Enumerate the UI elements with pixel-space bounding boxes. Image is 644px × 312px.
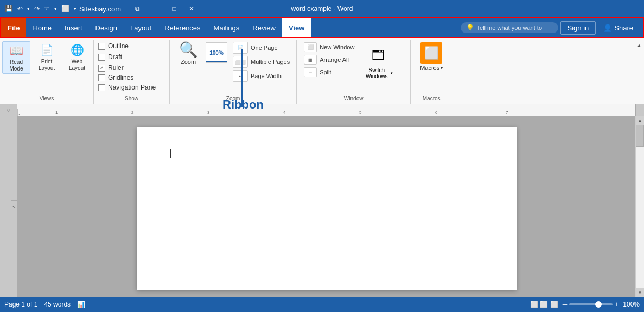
zoom-group: 🔍 Zoom 100% 📄 One Page ⬜⬜ Multiple Pages xyxy=(170,40,297,104)
touch-button[interactable]: ☜ xyxy=(42,4,52,14)
web-layout-label: Web Layout xyxy=(66,59,88,72)
ruler-svg: . 1 2 3 4 5 6 7 xyxy=(17,104,635,116)
document-area[interactable] xyxy=(17,116,635,297)
macros-icon: ⬜ xyxy=(420,42,442,64)
draft-checkbox-item[interactable]: Draft xyxy=(98,53,122,61)
page-width-button[interactable]: ↔ Page Width xyxy=(231,69,292,82)
zoom-options: 📄 One Page ⬜⬜ Multiple Pages ↔ Page Widt… xyxy=(231,41,292,82)
zoom-minus-button[interactable]: ─ xyxy=(563,301,568,308)
minimize-button[interactable]: ─ xyxy=(149,3,164,15)
close-button[interactable]: ✕ xyxy=(184,3,199,15)
zoom-slider-track[interactable] xyxy=(569,303,613,305)
draft-checkbox[interactable] xyxy=(98,54,105,61)
word-count-icon[interactable]: 📊 xyxy=(77,301,85,308)
page-count: Page 1 of 1 xyxy=(4,301,37,308)
share-button[interactable]: 👤 Share xyxy=(598,22,639,34)
macros-group: ⬜ Macros ▾ Macros xyxy=(411,40,452,104)
ruler-area: ▽ . 1 2 3 4 5 6 7 xyxy=(0,104,644,116)
gridlines-checkbox[interactable] xyxy=(98,74,105,81)
views-row: 📖 Read Mode 📄 Print Layout 🌐 Web Layout xyxy=(2,41,91,74)
menu-insert[interactable]: Insert xyxy=(58,18,89,37)
customize-arrow[interactable]: ▾ xyxy=(72,5,78,12)
web-layout-icon: 🌐 xyxy=(69,42,85,58)
ruler-checkbox-item[interactable]: Ruler xyxy=(98,64,165,72)
save-button[interactable]: 💾 xyxy=(3,4,15,14)
svg-text:2: 2 xyxy=(131,110,134,115)
ruler-checkbox[interactable] xyxy=(98,65,105,72)
split-icon: ═ xyxy=(304,67,317,77)
menu-references[interactable]: References xyxy=(158,18,207,37)
split-button[interactable]: ═ Split xyxy=(301,66,357,78)
status-right: ⬜ ⬜ ⬜ ─ + 100% xyxy=(530,301,640,308)
touch-arrow[interactable]: ▾ xyxy=(53,5,59,12)
read-mode-button[interactable]: 📖 Read Mode xyxy=(2,41,30,74)
svg-text:4: 4 xyxy=(283,110,286,115)
menu-view[interactable]: View xyxy=(282,18,311,37)
multiple-pages-label: Multiple Pages xyxy=(251,59,290,65)
outline-label: Outline xyxy=(108,42,129,50)
switch-windows-button[interactable]: 🗔 Switch Windows ▾ xyxy=(359,41,397,81)
lightbulb-icon: 💡 xyxy=(466,24,474,31)
tell-me-input[interactable]: 💡 Tell me what you want to xyxy=(461,22,558,33)
scroll-down-button[interactable]: ▼ xyxy=(636,288,645,297)
one-page-icon: 📄 xyxy=(233,42,248,54)
gridlines-checkbox-item[interactable]: Gridlines xyxy=(98,74,165,81)
window-group: ⬜ New Window ▦ Arrange All ═ Split 🗔 Swi… xyxy=(297,40,411,104)
outline-checkbox-item[interactable]: Outline xyxy=(98,42,129,50)
views-group-label: Views xyxy=(0,95,93,101)
zoom-button[interactable]: 🔍 Zoom xyxy=(174,41,202,66)
navigation-checkbox[interactable] xyxy=(98,84,105,91)
new-window-icon: ⬜ xyxy=(304,42,317,52)
left-margin-strip: < xyxy=(0,116,17,297)
share-label: Share xyxy=(614,24,633,32)
page-width-label: Page Width xyxy=(251,73,282,79)
multiple-pages-button[interactable]: ⬜⬜ Multiple Pages xyxy=(231,55,292,68)
web-layout-button[interactable]: 🌐 Web Layout xyxy=(63,41,91,73)
new-window-button[interactable]: ⬜ New Window xyxy=(301,41,357,53)
menu-mailings[interactable]: Mailings xyxy=(207,18,246,37)
switch-windows-label: Switch Windows ▾ xyxy=(364,67,393,79)
svg-text:1: 1 xyxy=(55,110,58,115)
zoom-bar xyxy=(206,61,227,62)
tell-me-text: Tell me what you want to xyxy=(477,24,542,31)
read-mode-label: Read Mode xyxy=(6,59,27,72)
collapse-nav-button[interactable]: < xyxy=(11,200,17,213)
print-layout-icon: 📄 xyxy=(39,42,54,58)
undo-button[interactable]: ↶ xyxy=(16,4,24,14)
multiple-pages-icon: ⬜⬜ xyxy=(233,56,248,68)
menu-layout[interactable]: Layout xyxy=(124,18,158,37)
ribbon-annotation-label: Ribbon xyxy=(222,98,264,112)
menu-design[interactable]: Design xyxy=(89,18,124,37)
ruler-marker: ▽ xyxy=(7,107,10,113)
undo-arrow[interactable]: ▾ xyxy=(25,5,31,12)
zoom-slider-thumb[interactable] xyxy=(595,301,602,308)
scroll-up-button[interactable]: ▲ xyxy=(636,116,645,125)
menu-review[interactable]: Review xyxy=(246,18,282,37)
navigation-checkbox-item[interactable]: Navigation Pane xyxy=(98,84,165,91)
macros-group-label: Macros xyxy=(411,95,452,101)
split-label: Split xyxy=(320,69,331,75)
macros-button[interactable]: ⬜ Macros ▾ xyxy=(415,41,448,72)
menu-home[interactable]: Home xyxy=(26,18,58,37)
one-page-button[interactable]: 📄 One Page xyxy=(231,41,292,54)
window-group-label: Window xyxy=(297,95,410,101)
scroll-track[interactable] xyxy=(636,125,644,288)
maximize-button[interactable]: □ xyxy=(167,3,182,15)
scroll-thumb[interactable] xyxy=(636,125,644,147)
ruler-track[interactable]: . 1 2 3 4 5 6 7 xyxy=(17,104,635,116)
redo-button[interactable]: ↷ xyxy=(33,4,41,14)
zoom-plus-button[interactable]: + xyxy=(615,301,619,308)
outline-checkbox[interactable] xyxy=(98,43,105,50)
sign-in-button[interactable]: Sign in xyxy=(560,21,596,35)
menu-file[interactable]: File xyxy=(1,18,26,37)
show-group: Outline Draft Ruler Gridlines Navigation… xyxy=(94,40,170,104)
print-preview-button[interactable]: ⬜ xyxy=(60,4,71,14)
arrange-all-button[interactable]: ▦ Arrange All xyxy=(301,54,357,66)
ribbon-collapse-button[interactable]: ▲ xyxy=(634,40,644,50)
page-width-icon: ↔ xyxy=(233,70,248,82)
zoom-slider-area: ─ + xyxy=(563,301,619,308)
help-icon[interactable]: ⧉ xyxy=(130,3,145,15)
zoom-percent-button[interactable]: 100% xyxy=(205,41,228,64)
print-layout-button[interactable]: 📄 Print Layout xyxy=(33,41,61,73)
views-group: 📖 Read Mode 📄 Print Layout 🌐 Web Layout … xyxy=(0,40,94,104)
